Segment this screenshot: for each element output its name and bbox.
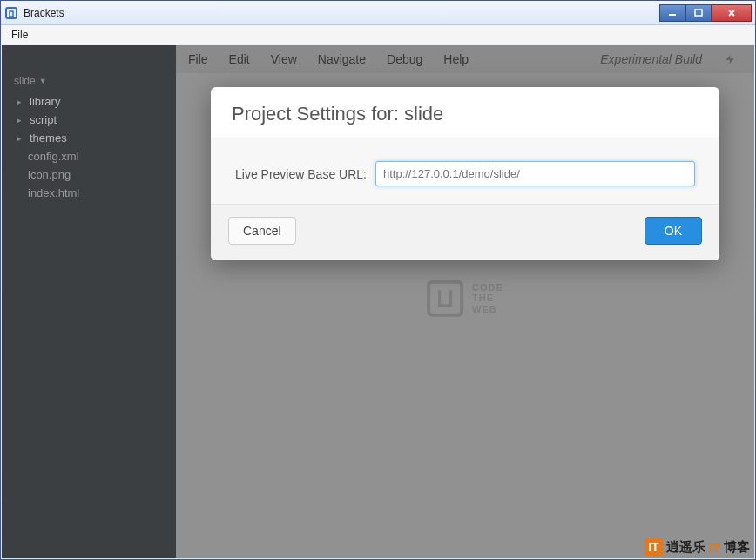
triangle-icon: ▸	[17, 134, 24, 143]
svg-rect-1	[10, 11, 13, 17]
editor-area: File Edit View Navigate Debug Help Exper…	[176, 45, 754, 558]
sidebar-item-script[interactable]: ▸script	[2, 111, 176, 129]
svg-rect-2	[669, 14, 676, 16]
sidebar-item-label: index.html	[28, 186, 79, 199]
titlebar[interactable]: Brackets	[1, 1, 755, 25]
dialog-title: Project Settings for: slide	[211, 87, 719, 138]
modal-overlay: Project Settings for: slide Live Preview…	[176, 45, 754, 558]
maximize-button[interactable]	[685, 4, 712, 22]
triangle-icon: ▸	[17, 116, 24, 125]
sidebar-item-label: script	[30, 113, 57, 126]
sidebar-item-label: library	[30, 95, 60, 108]
sidebar-item-themes[interactable]: ▸themes	[2, 129, 176, 147]
sidebar-item-index[interactable]: index.html	[2, 184, 176, 202]
chevron-down-icon: ▼	[39, 77, 47, 85]
ok-button[interactable]: OK	[645, 217, 702, 245]
outer-menubar: File	[1, 25, 755, 44]
sidebar: slide ▼ ▸library ▸script ▸themes config.…	[2, 45, 176, 558]
base-url-input[interactable]	[375, 161, 695, 186]
project-dropdown[interactable]: slide ▼	[2, 51, 176, 92]
outer-menu-file[interactable]: File	[6, 27, 33, 43]
app-body: slide ▼ ▸library ▸script ▸themes config.…	[2, 45, 754, 558]
sidebar-item-library[interactable]: ▸library	[2, 92, 176, 111]
cancel-button[interactable]: Cancel	[228, 217, 296, 245]
watermark-badge: IT	[645, 538, 662, 556]
base-url-label: Live Preview Base URL:	[235, 167, 367, 181]
triangle-icon: ▸	[17, 98, 24, 106]
window-frame: Brackets File slide ▼ ▸library ▸script ▸…	[0, 0, 756, 560]
sidebar-item-config[interactable]: config.xml	[2, 147, 176, 165]
project-name-label: slide	[14, 75, 36, 87]
sidebar-item-label: icon.png	[28, 168, 71, 181]
minimize-button[interactable]	[659, 4, 685, 22]
sidebar-item-icon[interactable]: icon.png	[2, 165, 176, 184]
project-settings-dialog: Project Settings for: slide Live Preview…	[211, 87, 719, 260]
sidebar-item-label: config.xml	[28, 150, 79, 163]
window-title: Brackets	[24, 7, 659, 19]
sidebar-item-label: themes	[30, 132, 67, 145]
close-button[interactable]	[712, 4, 752, 22]
svg-rect-3	[695, 10, 702, 16]
app-icon	[4, 6, 18, 20]
watermark: IT 逍遥乐IT博客	[645, 538, 750, 556]
